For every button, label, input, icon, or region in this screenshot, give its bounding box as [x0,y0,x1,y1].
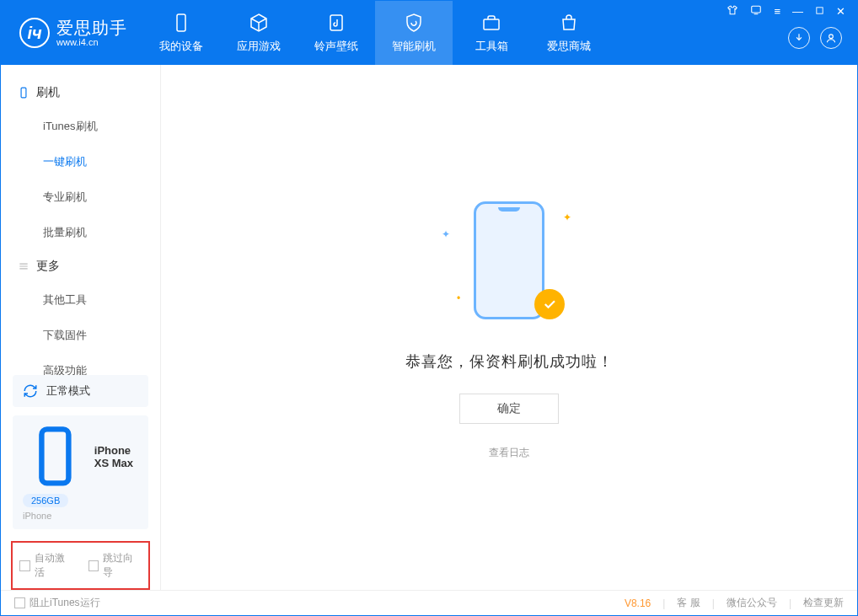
sparkle-icon: • [457,292,460,304]
nav-store[interactable]: 爱思商城 [530,1,608,65]
window-controls: ≡ — ✕ [727,4,850,19]
sidebar-item-pro-flash[interactable]: 专业刷机 [1,179,160,215]
nav-toolbox[interactable]: 工具箱 [453,1,530,65]
nav-my-device[interactable]: 我的设备 [142,1,220,65]
bag-icon [558,12,580,34]
version-label: V8.16 [625,597,651,609]
checkbox-skip-guide[interactable]: 跳过向导 [88,551,142,580]
app-url: www.i4.cn [56,37,127,47]
success-message: 恭喜您，保资料刷机成功啦！ [405,351,614,372]
logo-icon: iч [19,18,50,48]
sidebar-item-download-firmware[interactable]: 下载固件 [1,318,160,353]
wechat-link[interactable]: 微信公众号 [727,596,777,610]
toolbox-icon [480,12,502,34]
shield-refresh-icon [403,12,425,34]
list-icon [18,260,29,272]
sidebar-item-batch-flash[interactable]: 批量刷机 [1,215,160,250]
support-link[interactable]: 客 服 [677,596,700,610]
menu-icon[interactable]: ≡ [774,5,780,18]
app-logo: iч 爱思助手 www.i4.cn [1,18,142,48]
view-log-link[interactable]: 查看日志 [489,446,529,460]
svg-rect-2 [484,19,499,29]
check-badge-icon [534,289,565,319]
footer: 阻止iTunes运行 V8.16 | 客 服 | 微信公众号 | 检查更新 [1,590,857,615]
success-illustration: ✦ ✦ • [442,195,576,329]
cube-icon [248,12,270,34]
nav-ringtone-wallpaper[interactable]: 铃声壁纸 [298,1,375,65]
download-button[interactable] [788,27,810,49]
user-button[interactable] [820,27,842,49]
device-icon [23,424,88,489]
sidebar-item-oneclick-flash[interactable]: 一键刷机 [1,144,160,179]
main-nav: 我的设备 应用游戏 铃声壁纸 智能刷机 工具箱 爱思商城 [142,1,608,65]
checkbox-icon [19,560,30,571]
device-info-box[interactable]: iPhone XS Max 256GB iPhone [13,415,148,529]
check-update-link[interactable]: 检查更新 [803,596,844,610]
device-mode-label: 正常模式 [46,383,90,399]
feedback-icon[interactable] [750,4,762,19]
svg-rect-3 [752,6,761,13]
sidebar-item-advanced[interactable]: 高级功能 [1,353,160,375]
checkbox-icon [14,597,25,608]
nav-apps-games[interactable]: 应用游戏 [220,1,298,65]
device-name: iPhone XS Max [94,444,138,469]
device-capacity: 256GB [23,494,68,507]
sparkle-icon: ✦ [563,212,571,223]
highlighted-checkbox-row: 自动激活 跳过向导 [11,541,150,590]
svg-point-5 [829,35,834,39]
maximize-button[interactable] [815,5,824,18]
sparkle-icon: ✦ [442,228,450,240]
sidebar-item-other-tools[interactable]: 其他工具 [1,282,160,318]
refresh-icon [23,383,38,399]
minimize-button[interactable]: — [792,5,803,18]
app-name: 爱思助手 [56,19,127,37]
checkbox-icon [88,560,99,571]
main-content: ✦ ✦ • 恭喜您，保资料刷机成功啦！ 确定 查看日志 [161,65,857,590]
nav-smart-flash[interactable]: 智能刷机 [375,1,453,65]
sidebar-item-itunes-flash[interactable]: iTunes刷机 [1,109,160,144]
tshirt-icon[interactable] [727,4,738,19]
phone-outline-icon [18,87,29,99]
device-mode-box[interactable]: 正常模式 [13,375,148,407]
svg-rect-0 [177,14,185,31]
phone-icon [170,12,192,34]
checkbox-auto-activate[interactable]: 自动激活 [19,551,73,580]
device-type: iPhone [23,511,138,521]
sidebar-group-flash: 刷机 [1,77,160,109]
header: iч 爱思助手 www.i4.cn 我的设备 应用游戏 铃声壁纸 智能刷机 工具… [1,1,857,65]
svg-rect-6 [21,88,26,98]
svg-rect-1 [330,15,342,30]
close-button[interactable]: ✕ [836,5,845,18]
sidebar-group-more: 更多 [1,250,160,282]
svg-rect-7 [41,430,68,484]
sidebar: 刷机 iTunes刷机 一键刷机 专业刷机 批量刷机 更多 其他工具 下载固件 … [1,65,161,590]
checkbox-block-itunes[interactable]: 阻止iTunes运行 [14,596,100,610]
svg-rect-4 [817,8,823,13]
ok-button[interactable]: 确定 [459,394,559,424]
music-file-icon [325,12,347,34]
